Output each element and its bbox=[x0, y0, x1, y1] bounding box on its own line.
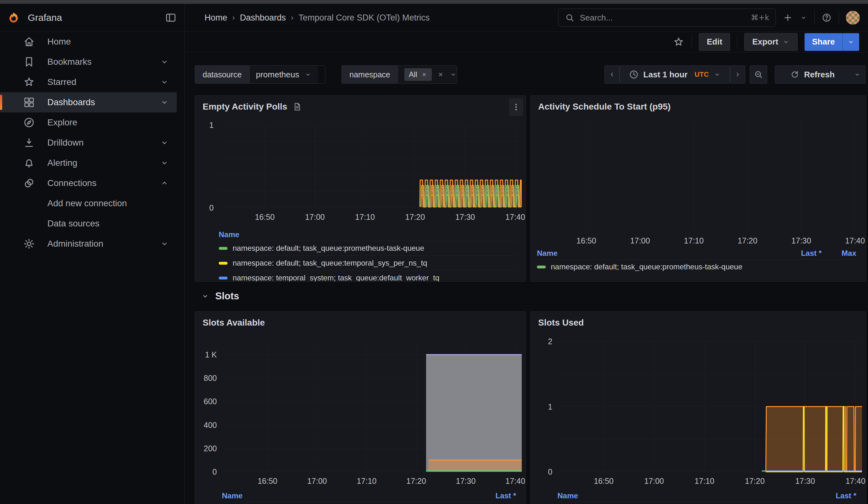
timeseries-chart[interactable]: 16:5017:0017:1017:2017:3017:40012 bbox=[530, 327, 866, 490]
legend-item[interactable]: namespace: default; task_queue:prometheu… bbox=[557, 502, 856, 504]
namespace-chip[interactable]: All bbox=[404, 68, 432, 81]
timeseries-chart[interactable]: 16:5017:0017:1017:2017:3017:400200400600… bbox=[195, 327, 526, 490]
svg-text:17:30: 17:30 bbox=[455, 213, 475, 222]
panel-title[interactable]: Activity Schedule To Start (p95) bbox=[538, 102, 671, 112]
refresh-button[interactable]: Refresh bbox=[775, 65, 849, 84]
sidebar-toggle-icon[interactable] bbox=[165, 12, 177, 24]
share-button[interactable]: Share bbox=[805, 33, 843, 51]
legend-item[interactable]: namespace: default; task_queue:prometheu… bbox=[219, 240, 516, 256]
sidebar-item-connections[interactable]: Connections bbox=[0, 173, 177, 193]
legend-header: NameLast * bbox=[557, 490, 856, 502]
timeseries-chart[interactable]: 16:5017:0017:1017:2017:3017:4001 bbox=[195, 111, 526, 223]
panel-description-icon[interactable] bbox=[292, 102, 302, 112]
clock-icon bbox=[629, 70, 639, 80]
legend-item[interactable]: namespace: default; task_queue:prometheu… bbox=[222, 502, 516, 504]
divider bbox=[839, 11, 839, 24]
grafana-logo[interactable] bbox=[8, 12, 20, 24]
legend-item[interactable]: namespace: temporal_system; task_queue:d… bbox=[219, 270, 516, 282]
sidebar-item-bookmarks[interactable]: Bookmarks bbox=[0, 52, 177, 72]
legend-sort-name[interactable]: Name bbox=[537, 249, 557, 258]
panel-activity-schedule-to-start: Activity Schedule To Start (p95) 16:5017… bbox=[530, 95, 866, 282]
breadcrumb-item[interactable]: Home bbox=[205, 13, 227, 23]
panel-slots-available: Slots Available 16:5017:0017:1017:2017:3… bbox=[195, 311, 526, 504]
legend-item[interactable]: namespace: default; task_queue:temporal_… bbox=[219, 256, 516, 270]
chart-legend: Namenamespace: default; task_queue:prome… bbox=[195, 229, 526, 282]
panel-title[interactable]: Slots Used bbox=[538, 318, 584, 328]
svg-text:1: 1 bbox=[548, 402, 552, 411]
breadcrumb-item[interactable]: Dashboards bbox=[240, 13, 286, 23]
series-color-swatch bbox=[537, 266, 546, 268]
export-button[interactable]: Export bbox=[744, 33, 797, 51]
refresh-label: Refresh bbox=[804, 70, 835, 80]
favorite-star-icon[interactable] bbox=[673, 36, 685, 48]
clear-all-icon[interactable] bbox=[437, 71, 444, 78]
refresh-icon bbox=[790, 70, 800, 80]
datasource-select[interactable]: prometheus bbox=[249, 66, 318, 83]
search-box[interactable]: ⌘+k bbox=[558, 9, 776, 27]
legend-sort-name[interactable]: Name bbox=[557, 491, 578, 500]
series-color-swatch bbox=[219, 247, 228, 250]
sidebar-item-dashboards[interactable]: Dashboards bbox=[0, 92, 177, 112]
sidebar-item-administration[interactable]: Administration bbox=[0, 234, 177, 254]
sidebar-item-drilldown[interactable]: Drilldown bbox=[0, 133, 177, 153]
sidebar-item-home[interactable]: Home bbox=[0, 32, 177, 52]
datasource-label: datasource bbox=[195, 66, 249, 83]
star-icon bbox=[23, 76, 35, 89]
namespace-select[interactable]: All bbox=[398, 66, 457, 83]
export-chevron-icon bbox=[782, 38, 790, 46]
sidebar-item-starred[interactable]: Starred bbox=[0, 72, 177, 92]
svg-text:17:40: 17:40 bbox=[846, 476, 866, 485]
legend-sort-name[interactable]: Name bbox=[219, 230, 239, 239]
gear-icon bbox=[23, 237, 35, 250]
share-menu-button[interactable] bbox=[843, 33, 859, 51]
dashboard-toolbar: Edit Export Share bbox=[184, 32, 868, 52]
legend-sort-value[interactable]: Last * bbox=[768, 249, 822, 258]
datasource-variable: datasource prometheus bbox=[195, 65, 326, 84]
panel-title[interactable]: Empty Activity Polls bbox=[203, 102, 287, 112]
time-range-picker[interactable]: Last 1 hour UTC bbox=[620, 65, 730, 84]
add-new-chevron-icon[interactable] bbox=[800, 14, 807, 21]
section-title: Slots bbox=[215, 290, 239, 302]
legend-sort-value[interactable]: Max bbox=[822, 249, 856, 258]
header-right: ⌘+k bbox=[558, 9, 868, 27]
avatar[interactable] bbox=[846, 11, 860, 25]
zoom-out-icon bbox=[753, 70, 764, 80]
zoom-out-button[interactable] bbox=[750, 65, 767, 84]
svg-text:0: 0 bbox=[213, 467, 217, 476]
svg-text:0: 0 bbox=[548, 467, 552, 476]
svg-text:17:10: 17:10 bbox=[694, 476, 714, 485]
legend-header: NameLast * bbox=[222, 490, 516, 502]
section-slots[interactable]: Slots bbox=[184, 286, 868, 307]
svg-text:17:10: 17:10 bbox=[684, 236, 704, 245]
legend-sort-value[interactable]: Last * bbox=[822, 491, 856, 500]
svg-text:17:30: 17:30 bbox=[456, 476, 476, 485]
svg-text:200: 200 bbox=[204, 444, 217, 453]
help-icon[interactable] bbox=[822, 13, 832, 23]
brand-name: Grafana bbox=[28, 12, 62, 23]
chevron-down-icon bbox=[160, 158, 169, 168]
edit-button[interactable]: Edit bbox=[699, 33, 730, 51]
link-icon bbox=[23, 177, 35, 189]
sidebar-item-alerting[interactable]: Alerting bbox=[0, 153, 177, 173]
legend-sort-value[interactable]: Last * bbox=[481, 491, 516, 500]
add-new-icon[interactable] bbox=[783, 13, 793, 23]
sidebar-item-add-new-connection[interactable]: Add new connection bbox=[0, 193, 177, 214]
chevron-down-icon bbox=[854, 71, 861, 78]
breadcrumb-separator: › bbox=[291, 13, 293, 22]
legend-sort-name[interactable]: Name bbox=[222, 491, 242, 500]
panel-title[interactable]: Slots Available bbox=[203, 318, 265, 328]
remove-value-icon[interactable] bbox=[421, 71, 427, 78]
refresh-interval-button[interactable] bbox=[849, 65, 866, 84]
search-input[interactable] bbox=[579, 13, 746, 23]
legend-item[interactable]: namespace: default; task_queue:prometheu… bbox=[537, 259, 856, 274]
bell-icon bbox=[23, 157, 35, 169]
sidebar-item-data-sources[interactable]: Data sources bbox=[0, 214, 177, 234]
chevron-down-icon bbox=[160, 239, 169, 248]
time-range-label: Last 1 hour bbox=[643, 70, 688, 80]
time-range-back-button[interactable] bbox=[604, 65, 620, 84]
sidebar-item-explore[interactable]: Explore bbox=[0, 112, 177, 133]
timeseries-chart[interactable]: 16:5017:0017:1017:2017:3017:40 bbox=[530, 111, 866, 247]
section-collapse-icon bbox=[201, 292, 209, 301]
compass-icon bbox=[23, 116, 35, 129]
time-range-forward-button[interactable] bbox=[730, 65, 745, 84]
